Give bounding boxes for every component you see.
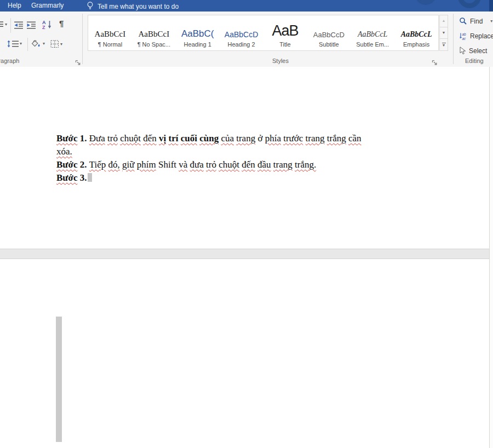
style-preview: AaB	[272, 24, 298, 38]
group-divider	[453, 14, 454, 64]
style-preview: AaBbCcL	[358, 31, 387, 38]
find-label: Find	[470, 18, 483, 25]
chevron-down-icon: ▾	[60, 42, 62, 47]
account-avatar	[415, 0, 436, 5]
style-preview: AaBbCcI	[138, 30, 169, 38]
text-line: Bước 2. Tiếp đó, giữ phím Shift và đưa t…	[56, 158, 362, 171]
editing-group-label: Editing	[465, 58, 484, 64]
chevron-down-icon: ▾	[43, 42, 45, 46]
divider	[10, 18, 11, 33]
style-name: ¶ No Spac...	[137, 41, 170, 48]
style-item-emphasis[interactable]: AaBbCcLEmphasis	[394, 15, 438, 50]
replace-icon: ab ac	[459, 32, 467, 40]
scrollbar-area[interactable]	[489, 67, 493, 448]
borders-icon	[50, 40, 59, 48]
style-item-subtitle[interactable]: AaBbCcDSubtitle	[307, 15, 351, 50]
multilevel-list-button[interactable]: ▾	[0, 21, 7, 28]
select-button[interactable]: Select	[459, 47, 487, 55]
account-avatar-ring	[458, 0, 481, 8]
decrease-indent-button[interactable]	[14, 21, 24, 29]
multilevel-list-icon	[0, 21, 4, 28]
gallery-more-button[interactable]: ▼	[439, 39, 448, 51]
line-spacing-button[interactable]: ▾	[7, 40, 22, 48]
find-button[interactable]: Find ▾	[459, 17, 492, 25]
chevron-up-icon: ▲	[442, 19, 446, 22]
paint-bucket-icon	[31, 39, 42, 48]
styles-gallery: AaBbCcI¶ NormalAaBbCcI¶ No Spac...AaBbC(…	[88, 15, 439, 51]
document-text[interactable]: Bước 1. Đưa trỏ chuột đến vị trí cuối cù…	[56, 132, 362, 185]
sort-button[interactable]: A Z	[42, 20, 52, 29]
paragraph-group-label: Paragraph	[0, 58, 19, 64]
page-gap	[0, 249, 489, 259]
word-window: Help Grammarly Tell me what you want to …	[0, 0, 493, 448]
svg-text:ac: ac	[462, 37, 467, 41]
search-icon	[459, 17, 467, 25]
style-name: Emphasis	[403, 41, 429, 48]
style-preview: AaBbCcI	[95, 30, 126, 38]
style-item-h2[interactable]: AaBbCcDHeading 2	[220, 15, 263, 50]
styles-group-label: Styles	[272, 58, 289, 64]
style-name: Heading 1	[184, 41, 211, 48]
lightbulb-icon	[87, 1, 94, 12]
tell-me-label: Tell me what you want to do	[98, 3, 179, 10]
gallery-scroll-up-button[interactable]: ▲	[439, 15, 448, 27]
style-item-subtle[interactable]: AaBbCcLSubtle Em...	[351, 15, 394, 50]
chevron-down-icon: ▾	[20, 42, 22, 46]
svg-text:ab: ab	[462, 32, 467, 36]
chevron-down-icon: ▾	[490, 19, 492, 24]
style-name: ¶ Normal	[98, 41, 122, 48]
decrease-indent-icon	[14, 21, 24, 29]
more-styles-icon: ▼	[440, 43, 448, 47]
pilcrow-icon: ¶	[59, 20, 64, 27]
select-label: Select	[469, 47, 487, 55]
titlebar-edge-accent	[489, 0, 493, 12]
replace-label: Replace	[470, 32, 493, 40]
titlebar: Help Grammarly Tell me what you want to …	[0, 0, 493, 12]
style-item-title[interactable]: AaBTitle	[263, 15, 307, 50]
replace-button[interactable]: ab ac Replace	[459, 32, 493, 40]
text-line: Bước 1. Đưa trỏ chuột đến vị trí cuối cù…	[56, 132, 362, 145]
shading-button[interactable]: ▾	[31, 39, 45, 48]
menu-item-grammarly[interactable]: Grammarly	[31, 2, 64, 9]
svg-text:Z: Z	[42, 25, 45, 29]
show-formatting-marks-button[interactable]: ¶	[59, 20, 64, 27]
menu-item-help[interactable]: Help	[8, 2, 21, 9]
style-preview: AaBbCcL	[401, 31, 432, 38]
increase-indent-button[interactable]	[27, 21, 36, 29]
ribbon: ▾ A Z ¶	[0, 12, 493, 67]
style-item-nospace[interactable]: AaBbCcI¶ No Spac...	[132, 15, 176, 50]
divider	[27, 38, 28, 51]
style-name: Subtle Em...	[356, 41, 389, 48]
paragraph-dialog-launcher[interactable]	[75, 58, 81, 64]
chevron-down-icon: ▼	[442, 31, 446, 35]
style-preview: AaBbCcD	[225, 31, 258, 38]
style-item-h1[interactable]: AaBbC(Heading 1	[176, 15, 220, 50]
line-spacing-icon	[7, 40, 19, 48]
styles-dialog-launcher[interactable]	[432, 58, 438, 64]
chevron-down-icon: ▾	[5, 22, 7, 27]
style-name: Title	[279, 41, 290, 48]
group-divider	[82, 14, 83, 64]
increase-indent-icon	[27, 21, 36, 29]
style-preview: AaBbCcD	[313, 31, 345, 38]
gallery-scrollbar: ▲ ▼ ▼	[439, 15, 448, 51]
text-line: Bước 3.	[56, 171, 362, 185]
borders-button[interactable]: ▾	[50, 40, 62, 48]
tell-me-button[interactable]: Tell me what you want to do	[87, 1, 179, 12]
style-preview: AaBbC(	[181, 29, 214, 38]
sort-az-icon: A Z	[42, 20, 52, 29]
text-line: xóa.	[56, 145, 362, 158]
style-item-normal[interactable]: AaBbCcI¶ Normal	[88, 15, 132, 50]
page-2[interactable]	[0, 259, 489, 448]
gallery-scroll-down-button[interactable]: ▼	[439, 27, 448, 39]
style-name: Subtitle	[319, 41, 339, 48]
selection-highlight	[56, 317, 62, 442]
text-cursor	[88, 173, 92, 182]
select-cursor-icon	[459, 47, 466, 55]
style-name: Heading 2	[227, 41, 255, 48]
